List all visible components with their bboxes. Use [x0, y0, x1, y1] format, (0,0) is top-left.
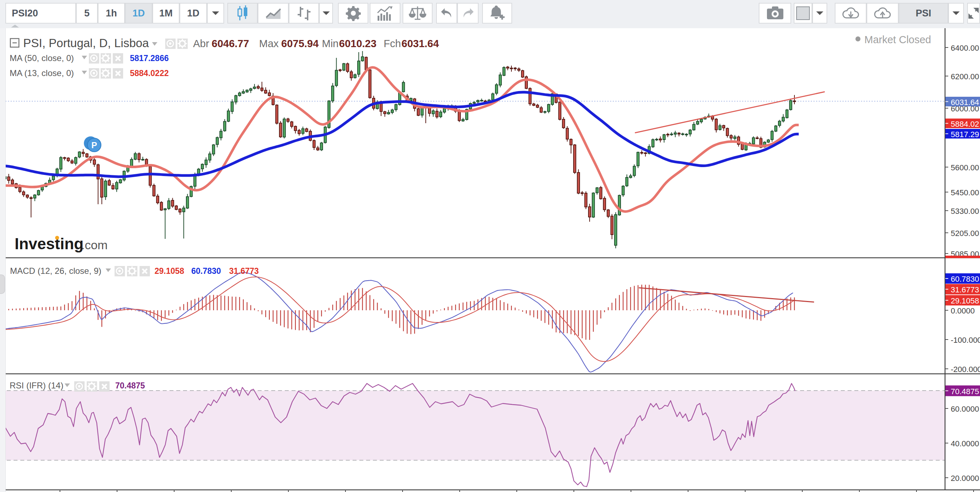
svg-text:Investing: Investing	[14, 235, 84, 252]
svg-text:31.6773: 31.6773	[229, 266, 259, 275]
svg-text:5884.0222: 5884.0222	[130, 68, 169, 78]
svg-text:PSI, Portugal, D, Lisboa: PSI, Portugal, D, Lisboa	[23, 37, 149, 49]
svg-text:RSI (IFR) (14): RSI (IFR) (14)	[10, 381, 64, 390]
svg-text:6046.77: 6046.77	[212, 38, 249, 49]
svg-text:29.1058: 29.1058	[154, 266, 184, 275]
svg-text:-100.000: -100.000	[951, 336, 980, 344]
svg-text:Market Closed: Market Closed	[864, 34, 931, 45]
svg-text:Min: Min	[322, 38, 339, 49]
svg-text:6200.00: 6200.00	[951, 72, 979, 81]
svg-text:20.0000: 20.0000	[951, 474, 979, 483]
svg-text:6075.94: 6075.94	[281, 38, 319, 49]
svg-text:29.1058: 29.1058	[951, 296, 979, 305]
svg-text:6400.00: 6400.00	[951, 43, 979, 53]
svg-text:Max: Max	[259, 38, 279, 49]
svg-text:5600.00: 5600.00	[951, 163, 979, 172]
svg-text:60.0000: 60.0000	[951, 404, 979, 414]
svg-text:6010.23: 6010.23	[339, 38, 377, 49]
svg-text:5330.00: 5330.00	[951, 207, 979, 216]
svg-text:6031.64: 6031.64	[951, 98, 979, 107]
svg-text:5817.2866: 5817.2866	[130, 54, 169, 63]
svg-text:5884.02: 5884.02	[951, 119, 979, 129]
svg-text:60.7830: 60.7830	[951, 275, 979, 283]
svg-text:6031.64: 6031.64	[401, 38, 439, 49]
svg-text:MA (50, close, 0): MA (50, close, 0)	[10, 53, 74, 63]
svg-text:Fch: Fch	[383, 38, 401, 49]
svg-text:0.0000: 0.0000	[951, 306, 975, 315]
svg-text:5450.00: 5450.00	[951, 188, 979, 197]
svg-text:5817.29: 5817.29	[951, 130, 979, 139]
svg-text:Abr: Abr	[193, 38, 209, 49]
svg-text:MA (13, close, 0): MA (13, close, 0)	[10, 68, 74, 78]
svg-text:5205.00: 5205.00	[951, 229, 979, 238]
svg-text:.com: .com	[81, 238, 108, 252]
svg-text:60.7830: 60.7830	[191, 266, 221, 275]
svg-text:MACD (12, 26, close, 9): MACD (12, 26, close, 9)	[10, 266, 101, 275]
svg-text:40.0000: 40.0000	[951, 439, 979, 448]
svg-text:P: P	[91, 140, 97, 150]
svg-text:70.4875: 70.4875	[115, 381, 145, 390]
svg-text:70.4875: 70.4875	[951, 387, 979, 396]
svg-text:-200.000: -200.000	[951, 365, 980, 374]
svg-text:31.6773: 31.6773	[951, 285, 979, 294]
